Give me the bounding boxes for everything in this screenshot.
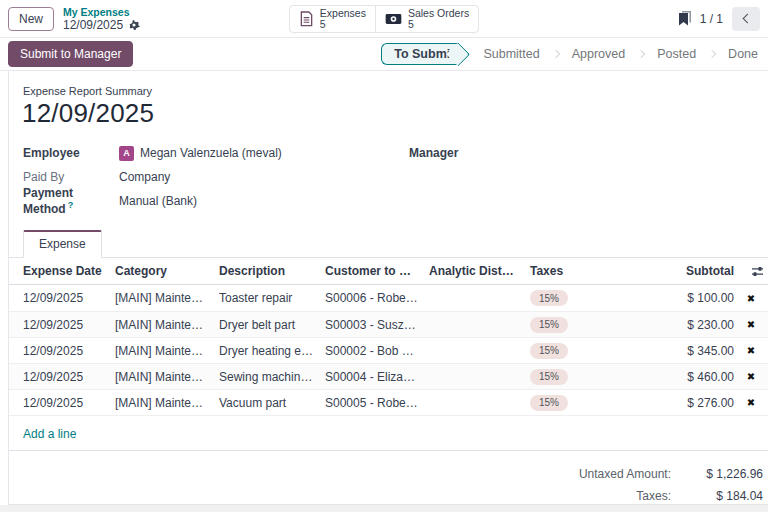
cell-category[interactable]: [MAIN] Maintenance — [115, 318, 219, 332]
sales-orders-smart-button-count: 5 — [408, 19, 469, 30]
gear-icon[interactable] — [128, 19, 140, 31]
table-row[interactable]: 12/09/2025 [MAIN] Maintenance Sewing mac… — [9, 363, 768, 389]
delete-row-icon[interactable]: ✖ — [738, 319, 764, 330]
col-expense-date[interactable]: Expense Date — [23, 264, 115, 278]
chevron-left-icon — [743, 14, 753, 24]
add-line-row: Add a line — [9, 415, 768, 451]
submit-to-manager-button[interactable]: Submit to Manager — [8, 41, 133, 67]
table-row[interactable]: 12/09/2025 [MAIN] Maintenance Toaster re… — [9, 285, 768, 311]
table-row[interactable]: 12/09/2025 [MAIN] Maintenance Dryer heat… — [9, 337, 768, 363]
cell-customer[interactable]: S00005 - Robert Dot — [325, 396, 429, 410]
bookmark-icon[interactable] — [678, 11, 691, 26]
chevron-separator-icon — [708, 50, 716, 58]
cell-date[interactable]: 12/09/2025 — [23, 344, 115, 358]
cell-taxes[interactable]: 15% — [525, 343, 637, 359]
status-step-posted[interactable]: Posted — [657, 47, 696, 61]
table-row[interactable]: 12/09/2025 [MAIN] Maintenance Vacuum par… — [9, 389, 768, 415]
col-category[interactable]: Category — [115, 264, 219, 278]
expenses-smart-button-label: Expenses — [320, 8, 366, 19]
payment-method-label: Payment Method? — [23, 186, 119, 216]
help-icon[interactable]: ? — [68, 200, 74, 210]
tab-expense[interactable]: Expense — [23, 230, 102, 258]
col-analytic[interactable]: Analytic Distributi... — [429, 264, 525, 278]
cell-customer[interactable]: S00002 - Bob Mackl... — [325, 344, 429, 358]
delete-row-icon[interactable]: ✖ — [738, 371, 764, 382]
employee-label: Employee — [23, 146, 119, 160]
cell-customer[interactable]: S00004 - Elizabeth P... — [325, 370, 429, 384]
manager-field-row: Manager — [387, 141, 768, 165]
cell-customer[interactable]: S00003 - Suszy Que — [325, 318, 429, 332]
cell-subtotal[interactable]: $ 100.00 — [637, 291, 738, 305]
sales-orders-smart-button-label: Sales Orders — [408, 8, 469, 19]
paid-by-label: Paid By — [23, 170, 119, 184]
tax-badge: 15% — [530, 343, 568, 359]
cell-description[interactable]: Dryer heating eleme... — [219, 344, 325, 358]
cell-taxes[interactable]: 15% — [525, 369, 637, 385]
cell-category[interactable]: [MAIN] Maintenance — [115, 396, 219, 410]
paid-by-value: Company — [119, 170, 170, 184]
cell-customer[interactable]: S00006 - Robert Dot — [325, 291, 429, 305]
breadcrumb-area: New My Expenses 12/09/2025 — [8, 6, 289, 31]
payment-method-field-row: Payment Method? Manual (Bank) — [9, 189, 387, 213]
cell-taxes[interactable]: 15% — [525, 395, 637, 411]
untaxed-amount-row: Untaxed Amount: $ 1,226.96 — [579, 467, 763, 481]
new-button[interactable]: New — [8, 7, 54, 31]
status-step-approved[interactable]: Approved — [572, 47, 626, 61]
tax-badge: 15% — [530, 395, 568, 411]
cell-subtotal[interactable]: $ 345.00 — [637, 344, 738, 358]
cell-category[interactable]: [MAIN] Maintenance — [115, 344, 219, 358]
status-step-to-submit[interactable]: To Submit — [381, 43, 458, 65]
cell-category[interactable]: [MAIN] Maintenance — [115, 370, 219, 384]
cell-date[interactable]: 12/09/2025 — [23, 318, 115, 332]
optional-columns-icon[interactable] — [738, 266, 764, 277]
report-date-title[interactable]: 12/09/2025 — [9, 98, 768, 129]
cell-date[interactable]: 12/09/2025 — [23, 291, 115, 305]
expenses-smart-button-count: 5 — [320, 19, 366, 30]
paid-by-field[interactable]: Company — [119, 170, 170, 184]
tax-badge: 15% — [530, 317, 568, 333]
taxes-value: $ 184.04 — [671, 489, 763, 503]
cell-subtotal[interactable]: $ 276.00 — [637, 396, 738, 410]
chevron-separator-icon — [637, 50, 645, 58]
totals-block: Untaxed Amount: $ 1,226.96 Taxes: $ 184.… — [9, 467, 768, 505]
form-sheet: Expense Report Summary 12/09/2025 Employ… — [8, 71, 768, 505]
pager-counter: 1 / 1 — [700, 12, 723, 26]
employee-field[interactable]: A Megan Valenzuela (meval) — [119, 146, 282, 161]
add-a-line-link[interactable]: Add a line — [23, 427, 76, 441]
field-group: Employee A Megan Valenzuela (meval) Paid… — [9, 141, 768, 213]
cell-date[interactable]: 12/09/2025 — [23, 396, 115, 410]
payment-method-field[interactable]: Manual (Bank) — [119, 194, 197, 208]
delete-row-icon[interactable]: ✖ — [738, 397, 764, 408]
cell-description[interactable]: Vacuum part — [219, 396, 325, 410]
delete-row-icon[interactable]: ✖ — [738, 293, 764, 304]
status-step-done[interactable]: Done — [728, 47, 758, 61]
cell-description[interactable]: Toaster repair — [219, 291, 325, 305]
sales-orders-smart-button[interactable]: Sales Orders 5 — [375, 5, 479, 33]
cell-date[interactable]: 12/09/2025 — [23, 370, 115, 384]
bottom-strip — [0, 505, 768, 512]
chevron-separator-icon — [551, 50, 559, 58]
cell-description[interactable]: Dryer belt part — [219, 318, 325, 332]
breadcrumb-my-expenses[interactable]: My Expenses — [63, 6, 140, 18]
pager-previous-button[interactable] — [732, 7, 760, 31]
payment-method-value: Manual (Bank) — [119, 194, 197, 208]
untaxed-amount-value: $ 1,226.96 — [671, 467, 763, 481]
col-customer[interactable]: Customer to Rein... — [325, 264, 429, 278]
table-row[interactable]: 12/09/2025 [MAIN] Maintenance Dryer belt… — [9, 311, 768, 337]
expenses-smart-button[interactable]: Expenses 5 — [289, 5, 376, 33]
cell-category[interactable]: [MAIN] Maintenance — [115, 291, 219, 305]
col-description[interactable]: Description — [219, 264, 325, 278]
delete-row-icon[interactable]: ✖ — [738, 345, 764, 356]
summary-label: Expense Report Summary — [9, 85, 768, 97]
col-taxes[interactable]: Taxes — [525, 264, 637, 278]
table-body: 12/09/2025 [MAIN] Maintenance Toaster re… — [9, 285, 768, 415]
cell-description[interactable]: Sewing machine part — [219, 370, 325, 384]
cell-taxes[interactable]: 15% — [525, 290, 637, 306]
cell-subtotal[interactable]: $ 230.00 — [637, 318, 738, 332]
col-subtotal[interactable]: Subtotal — [637, 264, 738, 278]
cell-subtotal[interactable]: $ 460.00 — [637, 370, 738, 384]
cell-taxes[interactable]: 15% — [525, 317, 637, 333]
notebook-tabs: Expense — [9, 229, 768, 258]
status-step-submitted[interactable]: Submitted — [483, 47, 539, 61]
employee-field-row: Employee A Megan Valenzuela (meval) — [9, 141, 387, 165]
